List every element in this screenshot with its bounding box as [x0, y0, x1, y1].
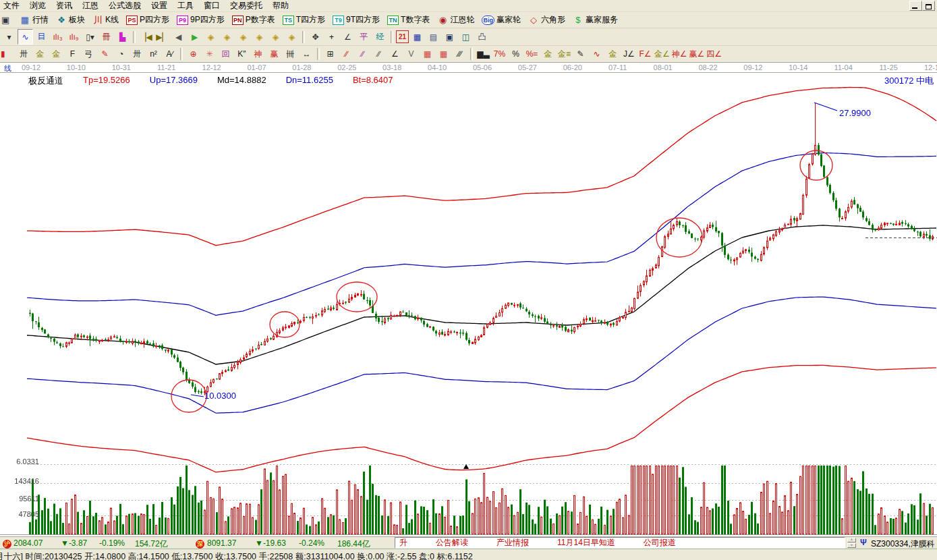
- menu-item-2[interactable]: 资讯: [56, 0, 72, 11]
- tool-winner-wheel[interactable]: Big赢家轮: [482, 14, 521, 26]
- angle-lines-icon[interactable]: ∠: [387, 47, 403, 62]
- comb-ruler-icon[interactable]: 卅: [16, 47, 32, 62]
- view-dropdown-caret-icon[interactable]: ▾: [1, 29, 17, 45]
- gold-lines-icon[interactable]: 金≡: [557, 47, 572, 62]
- red-grid-icon[interactable]: ▦: [420, 47, 435, 62]
- ying-tool-icon[interactable]: 赢: [266, 47, 282, 62]
- news-link-2[interactable]: 产业情报: [496, 537, 529, 549]
- fan-purple-icon[interactable]: ∕∕: [355, 47, 370, 62]
- menu-item-7[interactable]: 窗口: [204, 0, 220, 11]
- menu-item-0[interactable]: 文件: [3, 0, 20, 11]
- formula-editor-icon[interactable]: 冊: [98, 29, 114, 45]
- crosshair-tool-icon[interactable]: +: [324, 29, 339, 45]
- pct-icon[interactable]: %: [508, 47, 523, 62]
- tool-t-square[interactable]: TST四方形: [283, 14, 325, 26]
- menu-item-4[interactable]: 公式选股: [109, 0, 141, 11]
- brush-2-icon[interactable]: ✎: [573, 47, 588, 62]
- tool-market-quotes[interactable]: ▦行情: [20, 14, 49, 26]
- gold-line-2-icon[interactable]: 金: [605, 47, 621, 62]
- j-angle-icon[interactable]: J∠: [621, 47, 637, 62]
- red-wave-icon[interactable]: ∿: [589, 47, 604, 62]
- gann-tools-icon[interactable]: 平: [356, 29, 372, 45]
- shen-angle-icon[interactable]: 神∠: [671, 47, 688, 62]
- market-monitor-icon[interactable]: ∿: [18, 29, 33, 45]
- circle-target-icon[interactable]: ⊕: [186, 47, 201, 62]
- calculator-icon[interactable]: ▦: [409, 29, 425, 45]
- gold-grid-2-icon[interactable]: 金: [49, 47, 64, 62]
- diamond-right-icon[interactable]: ◈: [219, 29, 235, 45]
- star-wheel-icon[interactable]: ✳: [202, 47, 217, 62]
- pct-strike-icon[interactable]: 7%: [492, 47, 507, 62]
- save-icon[interactable]: ▣: [442, 29, 457, 45]
- tool-sectors[interactable]: ❖板块: [56, 14, 85, 26]
- tool-hexagon[interactable]: ◇六角形: [528, 14, 565, 26]
- tool-gann-wheel[interactable]: ◉江恩轮: [437, 14, 474, 26]
- angle-measure-icon[interactable]: ∠: [340, 29, 356, 45]
- report-list-icon[interactable]: 目: [34, 29, 49, 45]
- red-grid-2-icon[interactable]: ▦: [436, 47, 451, 62]
- news-link-1[interactable]: 公告解读: [436, 537, 468, 549]
- width-ruler-icon[interactable]: ↔: [299, 47, 314, 62]
- network-icon[interactable]: ◫: [458, 29, 474, 45]
- ruler-123-icon[interactable]: 卌: [283, 47, 298, 62]
- ying-angle-icon[interactable]: 赢∠: [689, 47, 706, 62]
- tool-9t-square[interactable]: T99T四方形: [333, 14, 380, 26]
- diamond-up-icon[interactable]: ◈: [235, 29, 251, 45]
- menu-item-8[interactable]: 交易委托: [230, 0, 262, 11]
- color-report-icon[interactable]: ▙: [115, 29, 130, 45]
- pct-lines-icon[interactable]: %=: [524, 47, 540, 62]
- price-volume-chart[interactable]: [0, 73, 937, 536]
- menu-item-6[interactable]: 工具: [177, 0, 194, 11]
- si-angle-icon[interactable]: 四∠: [706, 47, 722, 62]
- notepad-icon[interactable]: ▤: [426, 29, 441, 45]
- slash-group-icon[interactable]: ∕∕∕: [452, 47, 467, 62]
- news-link-0[interactable]: 升: [399, 537, 407, 549]
- diamond-star-icon[interactable]: ◈: [268, 29, 283, 45]
- diamond-expand-icon[interactable]: ◈: [284, 29, 300, 45]
- f-angle-icon[interactable]: F∠: [637, 47, 653, 62]
- menu-item-5[interactable]: 设置: [151, 0, 167, 11]
- calendar-icon[interactable]: 21: [396, 30, 409, 43]
- red-marker-icon[interactable]: ✎: [97, 47, 113, 62]
- clipped-tool-icon[interactable]: ▮: [0, 47, 16, 62]
- hand-tool-icon[interactable]: ✥: [308, 29, 323, 45]
- prev-bar-icon[interactable]: ◀: [171, 29, 186, 45]
- tool-t-number-table[interactable]: TNT数字表: [387, 14, 430, 26]
- diamond-collapse-icon[interactable]: ◈: [252, 29, 267, 45]
- comb-ruler-2-icon[interactable]: 卅: [130, 47, 145, 62]
- bars-9-icon[interactable]: ılı₉: [66, 29, 82, 45]
- fan-mixed-icon[interactable]: ∕∕: [371, 47, 387, 62]
- spiral-ruler-icon[interactable]: 弓: [81, 47, 96, 62]
- printer-icon[interactable]: 凸: [474, 29, 490, 45]
- candle-style-icon[interactable]: ▯▾: [82, 29, 98, 45]
- stat-bars-icon[interactable]: ▆▃: [476, 47, 491, 62]
- circle-ruler-icon[interactable]: ◔: [113, 47, 129, 62]
- window-minimize-button[interactable]: [909, 1, 922, 11]
- menu-item-9[interactable]: 帮助: [273, 0, 289, 11]
- menu-item-1[interactable]: 浏览: [30, 0, 46, 11]
- wave-tools-icon[interactable]: 经: [372, 29, 388, 45]
- menu-item-3[interactable]: 江恩: [82, 0, 98, 11]
- k-prime-icon[interactable]: K″: [234, 47, 250, 62]
- v-lines-icon[interactable]: V: [403, 47, 419, 62]
- gold-angle-icon[interactable]: 金∠: [654, 47, 671, 62]
- gold-grid-icon[interactable]: 金: [32, 47, 48, 62]
- tool-p-number-table[interactable]: PNP数字表: [232, 14, 275, 26]
- f-ruler-icon[interactable]: F: [65, 47, 80, 62]
- tool-p-square[interactable]: PSP四方形: [126, 14, 169, 26]
- gold-circle-icon[interactable]: 金: [540, 47, 556, 62]
- news-link-3[interactable]: 11月14日早知道: [557, 537, 615, 549]
- tool-9p-square[interactable]: P99P四方形: [177, 14, 225, 26]
- n-square-ruler-icon[interactable]: n²: [146, 47, 161, 62]
- diamond-left-icon[interactable]: ◈: [203, 29, 219, 45]
- fan-red-icon[interactable]: ∕∕: [339, 47, 354, 62]
- bars-3-icon[interactable]: ılı₃: [50, 29, 65, 45]
- spin-up-button[interactable]: ˄: [847, 538, 856, 542]
- news-link-4[interactable]: 公司报道: [644, 537, 676, 549]
- grid-box-icon[interactable]: ⊞: [322, 47, 338, 62]
- angle-slash-icon[interactable]: A∕: [162, 47, 177, 62]
- tool-kline[interactable]: 川K线: [92, 14, 119, 26]
- last-page-icon[interactable]: ▶▏: [154, 29, 170, 45]
- next-bar-icon[interactable]: ▶: [187, 29, 202, 45]
- shen-tool-icon[interactable]: 神: [250, 47, 266, 62]
